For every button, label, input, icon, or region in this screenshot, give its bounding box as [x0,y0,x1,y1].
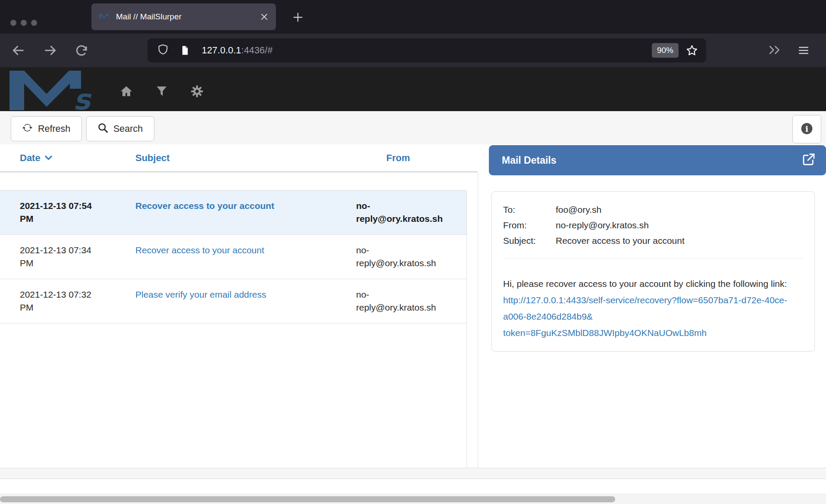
column-header-subject[interactable]: Subject [116,152,356,164]
bookmark-star-icon[interactable] [685,44,698,57]
toolbar-overflow-icon[interactable] [768,45,781,56]
date-header-label: Date [20,152,41,164]
mail-row-date: 2021-12-13 07:54 PM [0,199,116,225]
to-value: foo@ory.sh [556,202,601,218]
reload-icon[interactable] [74,43,89,59]
search-button[interactable]: Search [86,116,154,141]
mail-list-panel: Date Subject From 2021-12-13 07:54 PM Re… [0,144,479,324]
url-bar[interactable]: 127.0.0.1:4436/# 90% [147,38,706,62]
list-right-border [466,191,467,468]
refresh-button-label: Refresh [38,124,70,134]
page-info-icon[interactable] [179,45,191,56]
mail-row-date: 2021-12-13 07:34 PM [0,244,116,270]
mail-row-2[interactable]: 2021-12-13 07:34 PM Recover access to yo… [0,234,466,279]
forward-icon[interactable] [43,43,58,59]
mail-row-1[interactable]: 2021-12-13 07:54 PM Recover access to yo… [0,190,466,234]
info-icon: i [800,122,813,137]
tab-close-icon[interactable] [260,13,268,21]
sort-chevron-down-icon [45,156,52,160]
info-button[interactable]: i [792,115,821,143]
new-tab-button[interactable] [291,11,304,25]
mail-subject-link[interactable]: Recover access to your account [135,245,264,255]
mail-row-subject: Recover access to your account [116,244,356,270]
open-external-icon[interactable] [802,152,816,168]
recovery-link[interactable]: http://127.0.0.1:4433/self-service/recov… [503,295,787,338]
column-header-date[interactable]: Date [20,152,94,164]
search-button-label: Search [113,124,143,134]
mail-subject-link[interactable]: Please verify your email address [135,289,266,299]
svg-text:s: s [73,83,92,110]
mail-details-panel: Mail Details To: foo@ory.sh From: no-rep… [489,144,826,352]
back-icon[interactable] [11,43,25,59]
recovery-link-part: http://127.0.0.1:4433/self-service [503,295,635,305]
from-label: From: [503,218,556,233]
mail-list-header: Date Subject From [0,144,478,172]
zoom-level-badge[interactable]: 90% [652,43,679,58]
mailslurper-nav [120,85,203,98]
panel-divider [478,172,478,468]
mail-row-date: 2021-12-13 07:32 PM [0,288,116,314]
svg-text:i: i [805,124,808,134]
mail-row-subject: Please verify your email address [116,288,356,314]
mail-body-text: Hi, please recover access to your accoun… [503,279,787,289]
settings-gear-icon[interactable] [191,85,203,98]
tab-favicon-mailslurper-icon: s [99,13,110,21]
browser-tab-bar: s Mail // MailSlurper [0,0,826,34]
app-toolbar: Refresh Search i [0,111,826,144]
mailslurper-window: s Mail // MailSlurper [0,0,826,504]
svg-text:s: s [107,15,110,19]
mail-details-title: Mail Details [502,155,802,166]
mail-row-3[interactable]: 2021-12-13 07:32 PM Please verify your e… [0,279,466,324]
subject-value: Recover access to your account [556,233,685,249]
browser-nav-bar: 127.0.0.1:4436/# 90% [0,34,826,67]
mail-subject-link[interactable]: Recover access to your account [135,201,274,211]
mail-details-header: Mail Details [489,145,826,175]
mail-list-body: 2021-12-13 07:54 PM Recover access to yo… [0,190,466,324]
mail-row-from: no-reply@ory.kratos.sh [356,199,466,225]
mail-row-from: no-reply@ory.kratos.sh [356,244,466,270]
shield-icon[interactable] [157,44,169,57]
mailslurper-logo: s [9,71,96,112]
menu-hamburger-icon[interactable] [798,44,810,58]
mail-details-card: To: foo@ory.sh From: no-reply@ory.kratos… [491,191,815,352]
field-to: To: foo@ory.sh [503,202,803,218]
recovery-link-part: token=8FguKzSMblD88JWIpby4OKNaUOwLb8mh [503,328,707,338]
window-close-dot[interactable] [10,20,16,26]
mailslurper-header: s [0,67,826,111]
to-label: To: [503,202,556,218]
footer-band [0,468,826,479]
window-controls[interactable] [10,20,37,26]
field-from: From: no-reply@ory.kratos.sh [503,218,803,233]
mail-row-subject: Recover access to your account [116,199,356,225]
filter-icon[interactable] [155,85,168,98]
browser-tab-mailslurper[interactable]: s Mail // MailSlurper [91,3,276,30]
from-value: no-reply@ory.kratos.sh [556,218,649,233]
refresh-button[interactable]: Refresh [11,116,82,141]
subject-label: Subject: [503,233,556,249]
search-icon [98,123,108,135]
window-minimize-dot[interactable] [21,20,27,26]
horizontal-scrollbar-thumb[interactable] [0,496,615,502]
url-path: :4436/# [241,45,272,56]
field-subject: Subject: Recover access to your account [503,233,803,249]
refresh-icon [22,123,32,135]
column-header-date-cell: Date [0,152,116,164]
details-divider [503,258,803,259]
column-header-from[interactable]: From [386,152,410,163]
tab-title: Mail // MailSlurper [116,12,260,22]
url-text[interactable]: 127.0.0.1:4436/# [202,45,273,56]
window-zoom-dot[interactable] [31,20,37,26]
column-header-from-cell: From [356,152,466,164]
mail-body: Hi, please recover access to your accoun… [503,276,795,341]
home-icon[interactable] [120,85,133,98]
url-host: 127.0.0.1 [202,45,241,56]
mail-row-from: no-reply@ory.kratos.sh [356,288,466,314]
